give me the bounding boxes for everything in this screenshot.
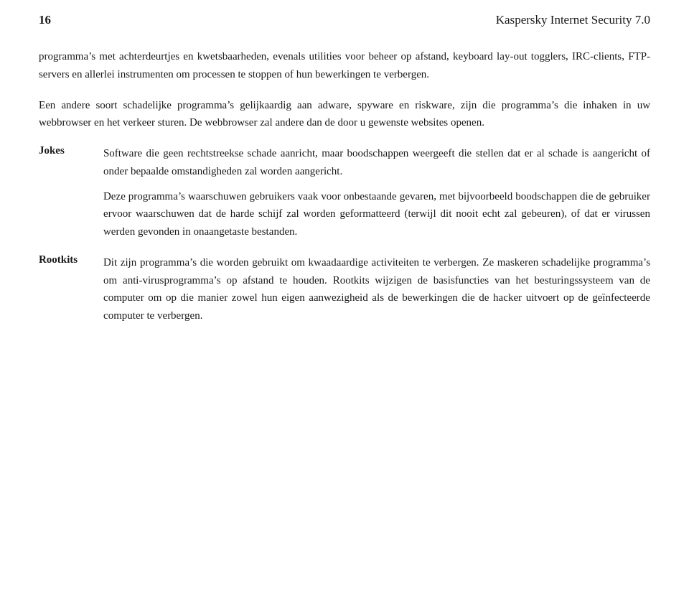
jokes-section: Jokes Software die geen rechtstreekse sc… — [39, 144, 650, 241]
jokes-content: Software die geen rechtstreekse schade a… — [103, 144, 650, 241]
page-content: programma’s met achterdeurtjes en kwetsb… — [39, 47, 650, 325]
page-container: 16 Kaspersky Internet Security 7.0 progr… — [0, 0, 689, 616]
jokes-label: Jokes — [39, 144, 103, 241]
book-title: Kaspersky Internet Security 7.0 — [496, 13, 650, 27]
page-header: 16 Kaspersky Internet Security 7.0 — [39, 13, 650, 27]
rootkits-paragraph-1: Dit zijn programma’s die worden gebruikt… — [103, 253, 650, 325]
intro-paragraph: programma’s met achterdeurtjes en kwetsb… — [39, 47, 650, 83]
jokes-paragraph-1: Software die geen rechtstreekse schade a… — [103, 144, 650, 180]
jokes-paragraph-2: Deze programma’s waarschuwen gebruikers … — [103, 187, 650, 241]
rootkits-section: Rootkits Dit zijn programma’s die worden… — [39, 253, 650, 325]
second-paragraph: Een andere soort schadelijke programma’s… — [39, 96, 650, 132]
rootkits-content: Dit zijn programma’s die worden gebruikt… — [103, 253, 650, 325]
page-number: 16 — [39, 13, 51, 27]
rootkits-label: Rootkits — [39, 253, 103, 325]
